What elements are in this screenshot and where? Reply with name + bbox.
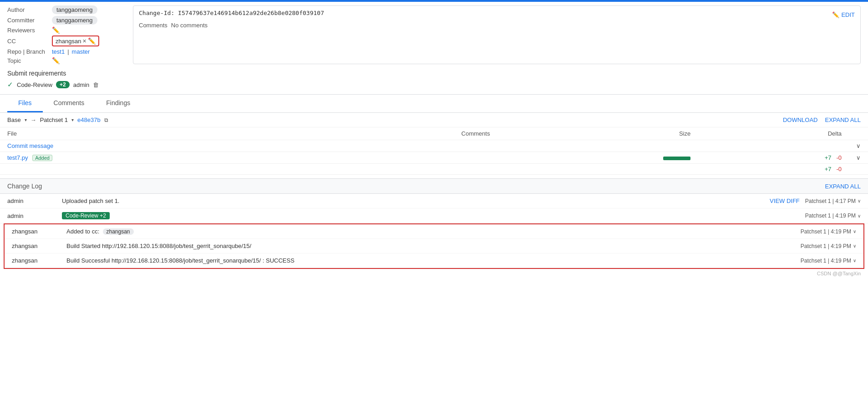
hash-link[interactable]: e48e37b bbox=[77, 116, 101, 123]
edit-button[interactable]: ✏️ EDIT bbox=[832, 11, 855, 18]
commit-message-cell: Commit message bbox=[0, 140, 290, 152]
log-chevron-3[interactable]: ∨ bbox=[853, 229, 856, 234]
file-link[interactable]: test7.py bbox=[7, 154, 28, 161]
reviewers-value-row: ✏️ bbox=[52, 26, 126, 34]
cc-remove-icon[interactable]: × bbox=[82, 37, 86, 45]
change-log-section: Change Log EXPAND ALL admin Uploaded pat… bbox=[0, 178, 868, 269]
submit-requirements-title: Submit requirements bbox=[7, 70, 861, 77]
cc-label: CC bbox=[7, 38, 48, 45]
code-review-user: admin bbox=[73, 81, 89, 88]
log-entry-1: admin Uploaded patch set 1. VIEW DIFF Pa… bbox=[0, 194, 868, 208]
topic-row: ✏️ bbox=[52, 57, 126, 64]
topic-edit-icon[interactable]: ✏️ bbox=[52, 57, 60, 64]
delete-icon[interactable]: 🗑 bbox=[93, 81, 99, 88]
delta-pos: +7 bbox=[825, 154, 832, 161]
author-chip: tanggaomeng bbox=[52, 5, 97, 14]
log-entry-3: zhangsan Added to cc: zhangsan Patchset … bbox=[5, 224, 863, 239]
arrow-icon: → bbox=[30, 116, 36, 123]
log-chevron-1[interactable]: ∨ bbox=[858, 198, 861, 203]
patchset-dropdown-icon[interactable]: ▾ bbox=[71, 117, 74, 122]
no-comments-text: No comments bbox=[171, 22, 208, 29]
edit-pencil-icon: ✏️ bbox=[832, 11, 839, 18]
base-label: Base bbox=[7, 116, 21, 123]
log-message-2: Code-Review +2 bbox=[62, 212, 805, 219]
log-entry-5: zhangsan Build Successful http://192.168… bbox=[5, 253, 863, 268]
tab-files[interactable]: Files bbox=[7, 95, 43, 112]
log-author-2: admin bbox=[7, 213, 62, 219]
requirement-row: ✓ Code-Review +2 admin 🗑 bbox=[7, 81, 861, 89]
tab-comments[interactable]: Comments bbox=[43, 95, 96, 112]
files-toolbar: Base ▾ → Patchset 1 ▾ e48e37b ⧉ DOWNLOAD… bbox=[0, 113, 868, 127]
base-dropdown-icon[interactable]: ▾ bbox=[25, 117, 27, 122]
expand-all-button[interactable]: EXPAND ALL bbox=[825, 116, 861, 123]
commit-size-cell bbox=[497, 140, 698, 152]
table-row: Commit message ∨ bbox=[0, 140, 868, 152]
committer-value-row: tanggaomeng bbox=[52, 16, 126, 25]
commit-message-link[interactable]: Commit message bbox=[7, 142, 53, 149]
log-meta-3: Patchset 1 | 4:19 PM ∨ bbox=[801, 228, 856, 235]
toolbar-right: DOWNLOAD EXPAND ALL bbox=[783, 116, 861, 123]
log-message-3: Added to cc: zhangsan bbox=[66, 228, 801, 235]
commit-comments-cell bbox=[290, 140, 497, 152]
branch-link[interactable]: master bbox=[72, 48, 90, 55]
table-row: test7.py Added +7 -0 ∨ bbox=[0, 152, 868, 164]
cc-value-row: zhangsan × ✏️ bbox=[52, 35, 126, 46]
commit-chevron-cell: ∨ bbox=[849, 140, 868, 152]
log-author-1: admin bbox=[7, 197, 62, 204]
committer-label: Committer bbox=[7, 17, 48, 24]
commit-delta-cell bbox=[698, 140, 849, 152]
tab-findings[interactable]: Findings bbox=[95, 95, 141, 112]
right-panel: Change-Id: I57479637e146914b612a92de26b8… bbox=[133, 5, 861, 64]
change-log-title: Change Log bbox=[7, 182, 42, 190]
change-log-header: Change Log EXPAND ALL bbox=[0, 178, 868, 194]
cc-box: zhangsan × ✏️ bbox=[52, 35, 99, 46]
delta-bar bbox=[663, 157, 690, 160]
cc-edit-icon[interactable]: ✏️ bbox=[88, 37, 96, 45]
code-review-label: Code-Review bbox=[17, 81, 52, 88]
reviewers-edit-icon[interactable]: ✏️ bbox=[52, 26, 60, 34]
copy-icon[interactable]: ⧉ bbox=[104, 117, 108, 123]
download-button[interactable]: DOWNLOAD bbox=[783, 116, 818, 123]
view-diff-button-1[interactable]: VIEW DIFF bbox=[770, 197, 800, 204]
code-review-badge: +2 bbox=[56, 81, 70, 88]
log-meta-5: Patchset 1 | 4:19 PM ∨ bbox=[801, 258, 856, 264]
tabs-bar: Files Comments Findings bbox=[0, 95, 868, 113]
cc-user-chip: zhangsan bbox=[103, 228, 134, 235]
file-delta-cell: +7 -0 bbox=[698, 152, 849, 164]
totals-row: +7 -0 bbox=[0, 164, 868, 175]
log-author-4: zhangsan bbox=[12, 243, 66, 249]
delta-header: Delta bbox=[698, 127, 849, 140]
chevron-down-icon[interactable]: ∨ bbox=[856, 142, 861, 149]
log-message-5: Build Successful http://192.168.120.15:8… bbox=[66, 257, 801, 264]
log-entry-4: zhangsan Build Started http://192.168.12… bbox=[5, 239, 863, 253]
author-label: Author bbox=[7, 6, 48, 13]
submit-requirements-section: Submit requirements ✓ Code-Review +2 adm… bbox=[0, 64, 868, 94]
patchset-label: Patchset 1 bbox=[40, 116, 68, 123]
log-author-5: zhangsan bbox=[12, 257, 66, 264]
footer: CSDN @@TangXin bbox=[0, 269, 868, 278]
delta-neg: -0 bbox=[836, 154, 842, 161]
cc-chip-text: zhangsan bbox=[56, 38, 81, 45]
log-entry-2: admin Code-Review +2 Patchset 1 | 4:19 P… bbox=[0, 208, 868, 223]
log-expand-all-button[interactable]: EXPAND ALL bbox=[825, 183, 861, 190]
size-header: Size bbox=[497, 127, 698, 140]
log-chevron-2[interactable]: ∨ bbox=[858, 213, 861, 218]
repo-link[interactable]: test1 bbox=[52, 48, 65, 55]
code-review-tag: Code-Review +2 bbox=[62, 212, 110, 219]
repo-branch-label: Repo | Branch bbox=[7, 48, 48, 55]
highlighted-group: zhangsan Added to cc: zhangsan Patchset … bbox=[4, 223, 864, 269]
log-chevron-4[interactable]: ∨ bbox=[853, 243, 856, 248]
log-meta-2: Patchset 1 | 4:19 PM ∨ bbox=[805, 213, 861, 219]
log-chevron-5[interactable]: ∨ bbox=[853, 258, 856, 263]
reviewers-label: Reviewers bbox=[7, 27, 48, 34]
chevron-down-icon[interactable]: ∨ bbox=[856, 154, 861, 161]
committer-chip: tanggaomeng bbox=[52, 16, 97, 25]
comments-row: Comments No comments bbox=[139, 22, 855, 29]
total-delta-neg: -0 bbox=[836, 166, 842, 172]
log-message-4: Build Started http://192.168.120.15:8088… bbox=[66, 243, 801, 249]
totals-delta-cell: +7 -0 bbox=[698, 164, 849, 175]
footer-text: CSDN @@TangXin bbox=[817, 271, 861, 276]
repo-branch-row: test1 | master bbox=[52, 48, 126, 55]
commit-id-text: Change-Id: I57479637e146914b612a92de26b8… bbox=[139, 10, 324, 16]
left-info-panel: Author tanggaomeng Committer tanggaomeng… bbox=[7, 5, 126, 64]
